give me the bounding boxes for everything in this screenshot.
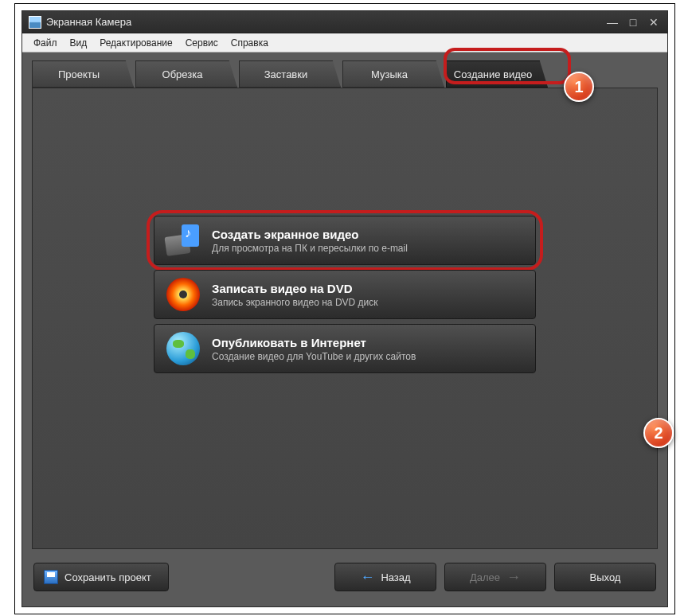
option-publish-internet[interactable]: Опубликовать в Интернет Создание видео д… — [154, 324, 536, 373]
menu-view[interactable]: Вид — [64, 35, 94, 51]
menu-file[interactable]: Файл — [27, 35, 64, 51]
button-label: Выход — [590, 571, 621, 583]
annotation-marker-1: 1 — [564, 72, 594, 102]
footer-bar: Сохранить проект ← Назад Далее → Выход — [32, 557, 658, 597]
exit-button[interactable]: Выход — [554, 563, 656, 591]
tab-label: Обрезка — [162, 68, 203, 80]
annotation-marker-2: 2 — [643, 418, 674, 448]
option-burn-dvd[interactable]: Записать видео на DVD Запись экранного в… — [154, 270, 536, 319]
next-button: Далее → — [444, 563, 546, 591]
option-text: Опубликовать в Интернет Создание видео д… — [212, 336, 416, 362]
app-icon — [29, 16, 41, 29]
outer-frame: Экранная Камера — □ ✕ Файл Вид Редактиро… — [14, 3, 675, 614]
arrow-right-icon: → — [506, 569, 521, 586]
maximize-button[interactable]: □ — [626, 16, 640, 29]
window-title: Экранная Камера — [46, 16, 131, 28]
menu-edit[interactable]: Редактирование — [93, 35, 178, 51]
minimize-button[interactable]: — — [605, 16, 620, 29]
button-label: Назад — [381, 571, 410, 583]
option-text: Создать экранное видео Для просмотра на … — [212, 228, 408, 254]
dvd-disc-icon — [166, 277, 201, 312]
tab-label: Создание видео — [454, 68, 532, 80]
tab-label: Музыка — [371, 68, 408, 80]
button-label: Далее — [470, 571, 500, 583]
menubar: Файл Вид Редактирование Сервис Справка — [22, 33, 667, 53]
option-text: Записать видео на DVD Запись экранного в… — [212, 282, 378, 308]
tab-trim[interactable]: Обрезка — [135, 60, 237, 88]
content-area: Проекты Обрезка Заставки Музыка Создание… — [22, 53, 667, 606]
save-project-button[interactable]: Сохранить проект — [33, 563, 169, 591]
option-subtitle: Для просмотра на ПК и пересылки по e-mai… — [212, 243, 408, 254]
tab-create-video[interactable]: Создание видео — [446, 60, 548, 88]
floppy-disk-icon — [44, 570, 58, 584]
tab-intros[interactable]: Заставки — [239, 60, 341, 88]
arrow-left-icon: ← — [360, 569, 374, 586]
app-window: Экранная Камера — □ ✕ Файл Вид Редактиро… — [22, 10, 668, 607]
option-title: Опубликовать в Интернет — [212, 336, 416, 349]
tab-label: Заставки — [264, 68, 307, 80]
menu-service[interactable]: Сервис — [179, 35, 225, 51]
option-create-screen-video[interactable]: Создать экранное видео Для просмотра на … — [154, 216, 536, 265]
option-subtitle: Создание видео для YouTube и других сайт… — [212, 351, 416, 362]
tab-music[interactable]: Музыка — [342, 60, 444, 88]
option-subtitle: Запись экранного видео на DVD диск — [212, 297, 378, 308]
tab-label: Проекты — [58, 68, 100, 80]
close-button[interactable]: ✕ — [647, 16, 661, 29]
globe-icon — [166, 331, 201, 366]
back-button[interactable]: ← Назад — [334, 563, 436, 591]
option-title: Создать экранное видео — [212, 228, 408, 241]
titlebar: Экранная Камера — □ ✕ — [22, 11, 667, 33]
option-title: Записать видео на DVD — [212, 282, 378, 295]
main-panel: Создать экранное видео Для просмотра на … — [32, 88, 658, 549]
tab-projects[interactable]: Проекты — [32, 60, 134, 88]
video-clapper-icon — [166, 223, 201, 258]
button-label: Сохранить проект — [64, 571, 151, 583]
menu-help[interactable]: Справка — [225, 35, 275, 51]
